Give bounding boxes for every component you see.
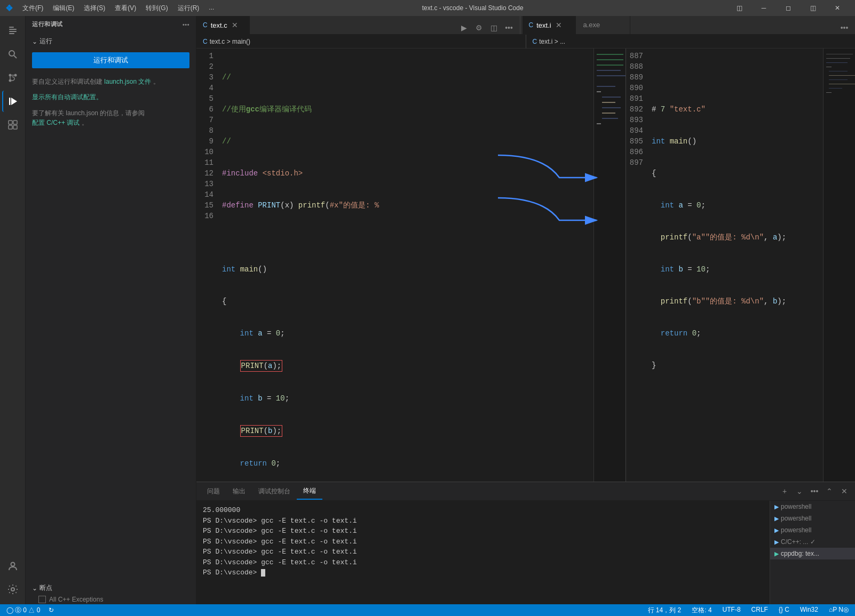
statusbar-line-col[interactable]: 行 14，列 2 bbox=[646, 606, 684, 615]
terminal-add-btn[interactable]: + bbox=[778, 485, 791, 498]
run-code-btn[interactable]: ▶ bbox=[458, 21, 471, 34]
svg-marker-9 bbox=[11, 98, 17, 105]
terminal-tab-terminal[interactable]: 终端 bbox=[297, 483, 322, 500]
activity-debug[interactable] bbox=[2, 91, 23, 112]
more-actions-btn-2[interactable]: ••• bbox=[838, 21, 851, 34]
statusbar-spaces[interactable]: 空格: 4 bbox=[690, 606, 714, 615]
tab-a-exe[interactable]: a.exe bbox=[577, 16, 630, 34]
terminal-ps-item-3[interactable]: ▶ powershell bbox=[770, 524, 855, 536]
statusbar-extra[interactable]: ⌂P N◎ bbox=[827, 606, 851, 615]
code-content-left: // //使用gcc编译器编译代码 // #include <stdio.h> … bbox=[218, 49, 593, 482]
statusbar-language[interactable]: {} C bbox=[777, 606, 791, 615]
menu-more[interactable]: ... bbox=[204, 3, 218, 14]
breadcrumb-1: C text.c > main() bbox=[196, 35, 526, 49]
close-btn[interactable]: ✕ bbox=[825, 0, 850, 16]
tab-text-c-label: text.c bbox=[211, 21, 227, 29]
sidebar-text1b: 。 bbox=[153, 78, 160, 85]
svg-point-15 bbox=[11, 563, 14, 566]
vscode-icon: ❖ bbox=[5, 3, 13, 13]
terminal-more-btn[interactable]: ••• bbox=[808, 485, 821, 498]
breakpoints-toggle[interactable]: ⌄ 断点 bbox=[26, 581, 196, 595]
terminal-tab-output[interactable]: 输出 bbox=[226, 484, 252, 499]
svg-rect-26 bbox=[602, 107, 621, 108]
split-editor-btn[interactable]: ◫ bbox=[488, 21, 501, 34]
svg-rect-21 bbox=[597, 75, 626, 76]
statusbar-encoding[interactable]: UTF-8 bbox=[721, 606, 743, 615]
svg-rect-18 bbox=[597, 59, 623, 60]
chevron-down-icon-2: ⌄ bbox=[32, 585, 37, 592]
svg-point-8 bbox=[9, 79, 11, 82]
svg-line-5 bbox=[14, 55, 17, 58]
error-icon: ◯ bbox=[6, 606, 13, 614]
terminal-main[interactable]: 25.000000 PS D:\vscode> gcc -E text.c -o… bbox=[196, 501, 770, 604]
statusbar-errors[interactable]: ◯ ⓪ 0 △ 0 bbox=[4, 606, 42, 615]
run-section-toggle[interactable]: ⌄ 运行 bbox=[26, 35, 196, 48]
statusbar-platform-text: Win32 bbox=[800, 606, 818, 613]
menu-file[interactable]: 文件(F) bbox=[18, 3, 48, 14]
terminal-ps-item-2[interactable]: ▶ powershell bbox=[770, 513, 855, 524]
svg-rect-32 bbox=[826, 58, 850, 59]
activity-settings[interactable] bbox=[2, 579, 23, 600]
c-file-icon-bc: C bbox=[203, 38, 208, 45]
c-file-icon: C bbox=[203, 21, 208, 29]
activity-explorer[interactable] bbox=[2, 20, 23, 42]
tab-text-c[interactable]: C text.c ✕ bbox=[196, 16, 250, 34]
terminal-sidebar: ▶ powershell ▶ powershell ▶ powershell ▶… bbox=[770, 501, 855, 604]
terminal-cpp-label: C/C++: ... ✓ bbox=[781, 538, 816, 546]
terminal-cppdbg-item[interactable]: ▶ cppdbg: tex... bbox=[770, 548, 855, 559]
tab-text-i[interactable]: C text.i ✕ bbox=[522, 16, 576, 34]
window-controls: ◫ ─ ◻ ◫ ✕ bbox=[727, 0, 850, 16]
run-debug-button[interactable]: 运行和调试 bbox=[32, 52, 189, 68]
terminal-ps-item-1[interactable]: ▶ powershell bbox=[770, 501, 855, 513]
editor-pane-right: 887888889890891 892893894895896897 # 7 "… bbox=[626, 49, 855, 482]
svg-rect-24 bbox=[602, 97, 621, 98]
sidebar-section-run: ⌄ 运行 运行和调试 要自定义运行和调试创建 launch.json 文件 。 … bbox=[26, 33, 196, 134]
terminal-tab-debug[interactable]: 调试控制台 bbox=[252, 484, 297, 499]
tab-close-text-i[interactable]: ✕ bbox=[555, 21, 563, 29]
statusbar: ◯ ⓪ 0 △ 0 ↻ 行 14，列 2 空格: 4 UTF-8 CRLF {}… bbox=[0, 604, 855, 616]
maximize-btn[interactable]: ◻ bbox=[776, 0, 801, 16]
terminal-tab-problems[interactable]: 问题 bbox=[201, 484, 226, 499]
activity-search[interactable] bbox=[2, 44, 23, 65]
code-line-r887 bbox=[652, 72, 819, 83]
menu-goto[interactable]: 转到(G) bbox=[141, 3, 172, 14]
terminal-down-btn[interactable]: ⌄ bbox=[793, 485, 806, 498]
sidebar-toggle-btn[interactable]: ◫ bbox=[727, 0, 751, 16]
menu-run[interactable]: 运行(R) bbox=[173, 3, 204, 14]
menu-select[interactable]: 选择(S) bbox=[80, 3, 109, 14]
terminal-ps-icon-2: ▶ bbox=[774, 515, 779, 522]
launch-json-link[interactable]: launch.json 文件 bbox=[104, 78, 151, 85]
terminal-cppdbg-label: cppdbg: tex... bbox=[781, 550, 819, 557]
sidebar-more-btn[interactable]: ••• bbox=[183, 21, 189, 28]
menu-edit[interactable]: 编辑(E) bbox=[49, 3, 78, 14]
terminal-up-btn[interactable]: ⌃ bbox=[823, 485, 836, 498]
terminal-tab-debug-label: 调试控制台 bbox=[258, 487, 290, 495]
show-all-configs-link[interactable]: 显示所有自动调试配置。 bbox=[32, 93, 102, 101]
terminal-close-btn[interactable]: ✕ bbox=[838, 485, 851, 498]
svg-rect-40 bbox=[826, 92, 832, 93]
tab-a-exe-label: a.exe bbox=[583, 21, 600, 29]
minimize-btn[interactable]: ─ bbox=[751, 0, 776, 16]
activity-account[interactable] bbox=[2, 555, 23, 577]
code-line-r896: } bbox=[652, 360, 819, 371]
statusbar-platform[interactable]: Win32 bbox=[798, 606, 820, 615]
config-cpp-link[interactable]: 配置 C/C++ 调试 bbox=[32, 119, 80, 126]
menu-view[interactable]: 查看(V) bbox=[110, 3, 140, 14]
code-area-right[interactable]: 887888889890891 892893894895896897 # 7 "… bbox=[626, 49, 855, 482]
activity-extensions[interactable] bbox=[2, 114, 23, 135]
sidebar-text2: 要了解有关 launch.json 的信息，请参阅 bbox=[32, 109, 145, 117]
activity-git[interactable] bbox=[2, 67, 23, 89]
tab-actions: ▶ ⚙ ◫ ••• bbox=[454, 21, 520, 34]
code-line-r891: int a = 0; bbox=[652, 200, 819, 211]
statusbar-eol[interactable]: CRLF bbox=[749, 606, 770, 615]
statusbar-sync[interactable]: ↻ bbox=[46, 606, 56, 614]
tab-close-text-c[interactable]: ✕ bbox=[231, 21, 239, 29]
svg-point-16 bbox=[11, 588, 14, 591]
gear-btn[interactable]: ⚙ bbox=[473, 21, 486, 34]
code-area-left[interactable]: 12345 678910 111213141516 // //使用gcc编译器编… bbox=[196, 49, 626, 482]
terminal-cpp-item[interactable]: ▶ C/C++: ... ✓ bbox=[770, 536, 855, 548]
all-cpp-checkbox[interactable] bbox=[38, 596, 46, 603]
terminal-ps-icon-3: ▶ bbox=[774, 527, 779, 534]
more-actions-btn[interactable]: ••• bbox=[503, 21, 516, 34]
layout-btn[interactable]: ◫ bbox=[801, 0, 825, 16]
